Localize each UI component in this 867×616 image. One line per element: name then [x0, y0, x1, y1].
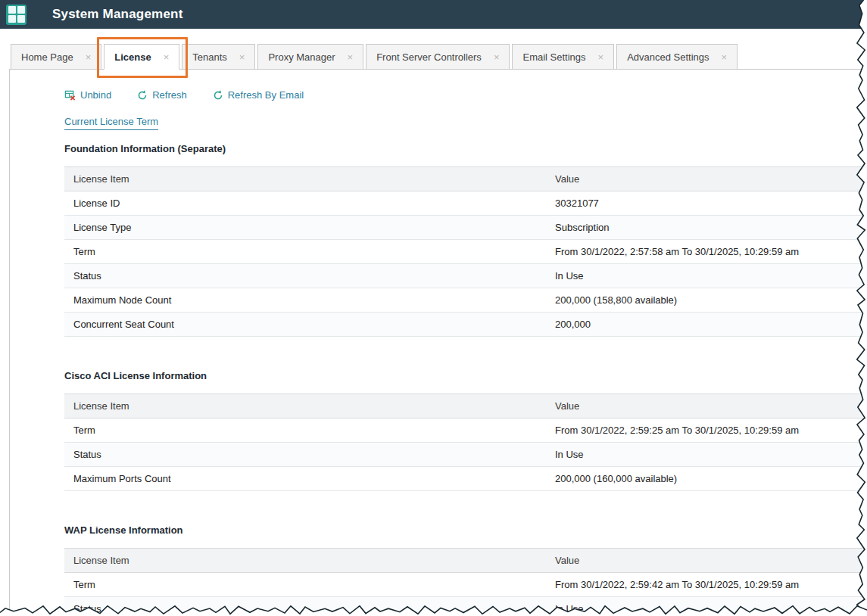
table-row: Term From 30/1/2022, 2:59:42 am To 30/1/…: [64, 573, 867, 597]
table-row: Concurrent Seat Count 200,000: [64, 313, 867, 337]
tab-label: Tenants: [192, 51, 227, 63]
tab-close-icon[interactable]: ×: [164, 52, 170, 62]
page: System Management Home Page × License × …: [0, 0, 867, 616]
foundation-license-table: License Item Value License ID 30321077 L…: [64, 166, 867, 337]
section-title-cisco-aci: Cisco ACI License Information: [64, 370, 867, 381]
tab-label: Proxy Manager: [268, 51, 335, 63]
page-title: System Management: [52, 7, 183, 22]
table-row: Maximum Node Count 200,000 (158,800 avai…: [64, 288, 867, 313]
tab-label: License: [114, 51, 151, 63]
table-row: License Type Subscription: [64, 216, 867, 240]
refresh-icon: [137, 90, 148, 101]
column-header-license-item: License Item: [64, 167, 546, 191]
column-header-value: Value: [546, 167, 867, 191]
table-row: Status In Use: [64, 597, 867, 616]
tab-email-settings[interactable]: Email Settings ×: [512, 44, 614, 70]
app-header: System Management: [0, 0, 867, 29]
tab-label: Home Page: [21, 51, 73, 63]
app-grid-icon[interactable]: [6, 5, 27, 25]
column-header-value: Value: [546, 549, 867, 573]
tab-close-icon[interactable]: ×: [239, 52, 245, 62]
table-header-row: License Item Value: [64, 549, 867, 573]
column-header-value: Value: [546, 394, 867, 418]
tab-front-server-controllers[interactable]: Front Server Controllers ×: [366, 44, 510, 70]
unbind-table-icon: [64, 89, 76, 101]
refresh-button[interactable]: Refresh: [137, 89, 187, 101]
tab-label: Front Server Controllers: [376, 51, 482, 63]
column-header-license-item: License Item: [64, 394, 546, 418]
tab-close-icon[interactable]: ×: [598, 52, 604, 62]
section-title-wap: WAP License Information: [64, 524, 867, 536]
table-row: Term From 30/1/2022, 2:59:25 am To 30/1/…: [64, 418, 867, 443]
tab-close-icon[interactable]: ×: [348, 52, 354, 62]
wap-license-table: License Item Value Term From 30/1/2022, …: [64, 548, 867, 616]
toolbar: Unbind Refresh Refresh B: [64, 89, 867, 101]
column-header-license-item: License Item: [64, 549, 546, 573]
tab-close-icon[interactable]: ×: [494, 52, 500, 62]
tab-tenants[interactable]: Tenants ×: [182, 44, 255, 70]
table-header-row: License Item Value: [64, 167, 867, 191]
refresh-icon: [213, 90, 223, 101]
tab-label: Advanced Settings: [627, 51, 709, 63]
content-panel: Unbind Refresh Refresh B: [9, 69, 867, 616]
table-row: Term From 30/1/2022, 2:57:58 am To 30/1/…: [64, 240, 867, 264]
table-row: Status In Use: [64, 443, 867, 467]
tab-close-icon[interactable]: ×: [86, 52, 92, 62]
table-row: Status In Use: [64, 264, 867, 288]
tab-license[interactable]: License ×: [104, 44, 179, 70]
table-row: License ID 30321077: [64, 191, 867, 216]
cisco-aci-license-table: License Item Value Term From 30/1/2022, …: [64, 394, 867, 491]
current-license-term-link[interactable]: Current License Term: [64, 116, 158, 130]
tab-bar: Home Page × License × Tenants × Proxy Ma…: [11, 44, 867, 70]
tab-advanced-settings[interactable]: Advanced Settings ×: [616, 44, 738, 70]
table-header-row: License Item Value: [64, 394, 867, 418]
section-title-foundation: Foundation Information (Separate): [64, 143, 867, 154]
refresh-by-email-button[interactable]: Refresh By Email: [213, 89, 304, 101]
tab-label: Email Settings: [522, 51, 585, 63]
tab-proxy-manager[interactable]: Proxy Manager ×: [257, 44, 363, 70]
tab-home-page[interactable]: Home Page ×: [11, 44, 101, 70]
unbind-button[interactable]: Unbind: [64, 89, 111, 101]
tab-close-icon[interactable]: ×: [722, 52, 728, 62]
table-row: Maximum Ports Count 200,000 (160,000 ava…: [64, 467, 867, 491]
